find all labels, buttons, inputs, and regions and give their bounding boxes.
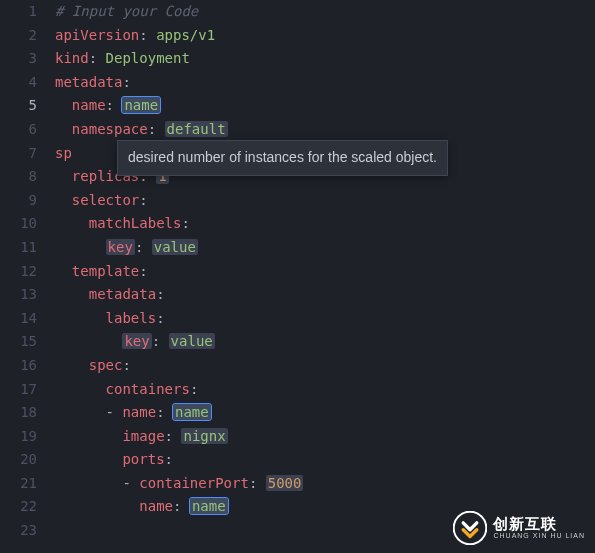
placeholder-token[interactable]: default — [165, 121, 228, 137]
placeholder-token[interactable]: name — [173, 404, 211, 420]
token: # Input your Code — [55, 3, 198, 19]
line-number: 21 — [0, 472, 37, 496]
line-number: 4 — [0, 71, 37, 95]
token: namespace — [72, 121, 148, 137]
line-number: 18 — [0, 401, 37, 425]
token: spec — [89, 357, 123, 373]
token: template — [72, 263, 139, 279]
hover-tooltip: desired number of instances for the scal… — [117, 140, 448, 176]
placeholder-token[interactable]: key — [106, 239, 135, 255]
token: apps/v1 — [156, 27, 215, 43]
line-number: 9 — [0, 189, 37, 213]
token: : — [139, 263, 147, 279]
code-editor[interactable]: 1234567891011121314151617181920212223 # … — [0, 0, 595, 553]
code-line[interactable]: apiVersion: apps/v1 — [55, 24, 595, 48]
code-line[interactable]: image: nignx — [55, 425, 595, 449]
placeholder-token[interactable]: nignx — [181, 428, 227, 444]
token: image — [122, 428, 164, 444]
token: kind — [55, 50, 89, 66]
code-line[interactable]: containers: — [55, 378, 595, 402]
logo-mark-icon — [453, 511, 487, 545]
token: : — [139, 27, 156, 43]
code-line[interactable]: # Input your Code — [55, 0, 595, 24]
line-number: 16 — [0, 354, 37, 378]
code-line[interactable]: spec: — [55, 354, 595, 378]
line-number: 1 — [0, 0, 37, 24]
code-line[interactable]: - name: name — [55, 401, 595, 425]
token: labels — [106, 310, 157, 326]
token: metadata — [89, 286, 156, 302]
token: : — [148, 121, 165, 137]
code-line[interactable]: namespace: default — [55, 118, 595, 142]
line-number: 17 — [0, 378, 37, 402]
code-line[interactable]: key: value — [55, 236, 595, 260]
token: : — [156, 286, 164, 302]
code-line[interactable]: matchLabels: — [55, 212, 595, 236]
token: : — [190, 381, 198, 397]
line-number: 20 — [0, 448, 37, 472]
code-line[interactable]: metadata: — [55, 283, 595, 307]
watermark-logo: 创新互联 CHUANG XIN HU LIAN — [453, 511, 585, 545]
line-number: 13 — [0, 283, 37, 307]
line-number: 6 — [0, 118, 37, 142]
line-number: 8 — [0, 165, 37, 189]
token: : — [106, 97, 123, 113]
token: name — [72, 97, 106, 113]
code-line[interactable]: kind: Deployment — [55, 47, 595, 71]
line-number: 12 — [0, 260, 37, 284]
line-number: 11 — [0, 236, 37, 260]
line-number: 2 — [0, 24, 37, 48]
token: : — [122, 357, 130, 373]
token: : — [156, 310, 164, 326]
line-number: 5 — [0, 94, 37, 118]
code-line[interactable]: ports: — [55, 448, 595, 472]
token: : — [165, 451, 173, 467]
token: ports — [122, 451, 164, 467]
token: apiVersion — [55, 27, 139, 43]
token: sp — [55, 145, 72, 161]
line-number: 19 — [0, 425, 37, 449]
token: - — [106, 404, 123, 420]
logo-text-main: 创新互联 — [493, 516, 585, 533]
line-number: 23 — [0, 519, 37, 543]
line-number: 22 — [0, 495, 37, 519]
token: Deployment — [106, 50, 190, 66]
token: : — [173, 498, 190, 514]
token: : — [165, 428, 182, 444]
code-line[interactable]: key: value — [55, 330, 595, 354]
placeholder-token[interactable]: key — [122, 333, 151, 349]
token: name — [139, 498, 173, 514]
token: containerPort — [139, 475, 249, 491]
code-line[interactable]: name: name — [55, 94, 595, 118]
token: : — [139, 192, 147, 208]
token: matchLabels — [89, 215, 182, 231]
line-number: 15 — [0, 330, 37, 354]
code-line[interactable]: labels: — [55, 307, 595, 331]
placeholder-token[interactable]: name — [190, 498, 228, 514]
code-area[interactable]: # Input your CodeapiVersion: apps/v1kind… — [55, 0, 595, 553]
placeholder-token[interactable]: value — [152, 239, 198, 255]
placeholder-token[interactable]: name — [122, 97, 160, 113]
token: : — [89, 50, 106, 66]
line-number: 3 — [0, 47, 37, 71]
token: : — [122, 74, 130, 90]
token: : — [156, 404, 173, 420]
token: name — [122, 404, 156, 420]
token: selector — [72, 192, 139, 208]
token: : — [135, 239, 152, 255]
code-line[interactable]: - containerPort: 5000 — [55, 472, 595, 496]
token: : — [181, 215, 189, 231]
token: - — [122, 475, 139, 491]
placeholder-token[interactable]: value — [169, 333, 215, 349]
line-number-gutter: 1234567891011121314151617181920212223 — [0, 0, 55, 553]
token: : — [152, 333, 169, 349]
placeholder-token[interactable]: 5000 — [266, 475, 304, 491]
token: containers — [106, 381, 190, 397]
logo-text-sub: CHUANG XIN HU LIAN — [493, 532, 585, 540]
line-number: 7 — [0, 142, 37, 166]
line-number: 10 — [0, 212, 37, 236]
code-line[interactable]: metadata: — [55, 71, 595, 95]
line-number: 14 — [0, 307, 37, 331]
code-line[interactable]: selector: — [55, 189, 595, 213]
code-line[interactable]: template: — [55, 260, 595, 284]
